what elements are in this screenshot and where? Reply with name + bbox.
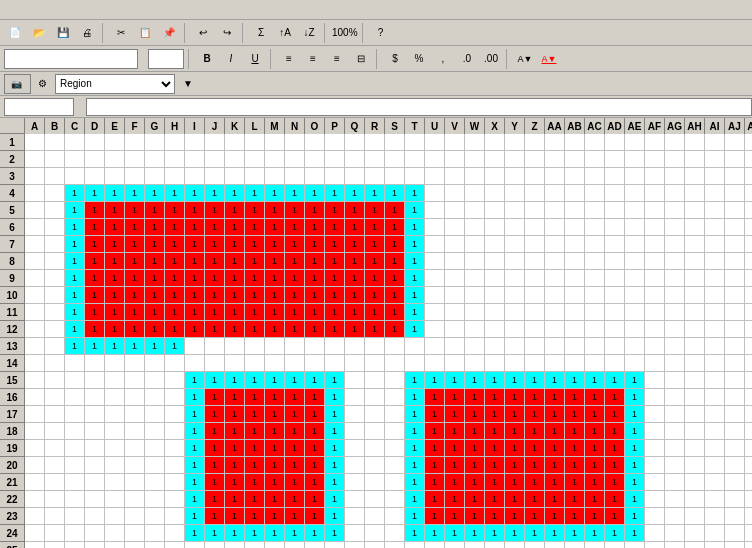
cell-7-U[interactable] (425, 236, 445, 253)
cell-1-AK[interactable] (745, 134, 752, 151)
cell-12-AC[interactable] (585, 321, 605, 338)
cell-14-Z[interactable] (525, 355, 545, 372)
cell-24-G[interactable] (145, 525, 165, 542)
cell-24-N[interactable]: 1 (285, 525, 305, 542)
cell-1-L[interactable] (245, 134, 265, 151)
cell-6-T[interactable]: 1 (405, 219, 425, 236)
cell-20-AK[interactable] (745, 457, 752, 474)
cell-18-AE[interactable]: 1 (625, 423, 645, 440)
cell-11-Z[interactable] (525, 304, 545, 321)
cell-24-R[interactable] (365, 525, 385, 542)
cell-5-G[interactable]: 1 (145, 202, 165, 219)
cell-18-D[interactable] (85, 423, 105, 440)
cell-10-AG[interactable] (665, 287, 685, 304)
cell-13-D[interactable]: 1 (85, 338, 105, 355)
cell-24-AE[interactable]: 1 (625, 525, 645, 542)
cell-2-U[interactable] (425, 151, 445, 168)
cell-25-AJ[interactable] (725, 542, 745, 548)
sort-desc-btn[interactable]: ↓Z (298, 22, 320, 44)
cell-25-Z[interactable] (525, 542, 545, 548)
cell-5-T[interactable]: 1 (405, 202, 425, 219)
cell-21-Q[interactable] (345, 474, 365, 491)
cell-14-M[interactable] (265, 355, 285, 372)
cell-6-AH[interactable] (685, 219, 705, 236)
cell-25-M[interactable] (265, 542, 285, 548)
cell-3-U[interactable] (425, 168, 445, 185)
cell-15-H[interactable] (165, 372, 185, 389)
cell-9-M[interactable]: 1 (265, 270, 285, 287)
cell-10-N[interactable]: 1 (285, 287, 305, 304)
cell-22-AJ[interactable] (725, 491, 745, 508)
cell-14-C[interactable] (65, 355, 85, 372)
cell-16-AH[interactable] (685, 389, 705, 406)
cell-15-AE[interactable]: 1 (625, 372, 645, 389)
cell-23-M[interactable]: 1 (265, 508, 285, 525)
cell-7-AH[interactable] (685, 236, 705, 253)
cell-12-U[interactable] (425, 321, 445, 338)
cell-22-E[interactable] (105, 491, 125, 508)
cut-btn[interactable]: ✂ (110, 22, 132, 44)
cell-21-P[interactable]: 1 (325, 474, 345, 491)
cell-24-Q[interactable] (345, 525, 365, 542)
cell-17-I[interactable]: 1 (185, 406, 205, 423)
cell-11-E[interactable]: 1 (105, 304, 125, 321)
cell-7-AG[interactable] (665, 236, 685, 253)
cell-16-H[interactable] (165, 389, 185, 406)
cell-16-AJ[interactable] (725, 389, 745, 406)
cell-25-W[interactable] (465, 542, 485, 548)
cell-4-D[interactable]: 1 (85, 185, 105, 202)
cell-18-AF[interactable] (645, 423, 665, 440)
cell-21-AC[interactable]: 1 (585, 474, 605, 491)
cell-24-I[interactable]: 1 (185, 525, 205, 542)
cell-19-AI[interactable] (705, 440, 725, 457)
cell-5-C[interactable]: 1 (65, 202, 85, 219)
cell-8-G[interactable]: 1 (145, 253, 165, 270)
cell-1-C[interactable] (65, 134, 85, 151)
cell-23-L[interactable]: 1 (245, 508, 265, 525)
cell-24-C[interactable] (65, 525, 85, 542)
cell-10-R[interactable]: 1 (365, 287, 385, 304)
cell-23-A[interactable] (25, 508, 45, 525)
cell-10-AD[interactable] (605, 287, 625, 304)
cell-19-D[interactable] (85, 440, 105, 457)
cell-22-AF[interactable] (645, 491, 665, 508)
cell-14-J[interactable] (205, 355, 225, 372)
cell-18-C[interactable] (65, 423, 85, 440)
cell-5-AK[interactable] (745, 202, 752, 219)
cell-11-AH[interactable] (685, 304, 705, 321)
cell-2-Q[interactable] (345, 151, 365, 168)
cell-6-Z[interactable] (525, 219, 545, 236)
cell-12-I[interactable]: 1 (185, 321, 205, 338)
cell-14-AF[interactable] (645, 355, 665, 372)
cell-9-AH[interactable] (685, 270, 705, 287)
cell-23-AF[interactable] (645, 508, 665, 525)
cell-19-Y[interactable]: 1 (505, 440, 525, 457)
cell-23-F[interactable] (125, 508, 145, 525)
snagit-settings-btn[interactable]: ⚙ (33, 75, 51, 93)
open-btn[interactable]: 📂 (28, 22, 50, 44)
cell-13-O[interactable] (305, 338, 325, 355)
cell-17-AH[interactable] (685, 406, 705, 423)
cell-19-K[interactable]: 1 (225, 440, 245, 457)
cell-20-AE[interactable]: 1 (625, 457, 645, 474)
cell-24-AJ[interactable] (725, 525, 745, 542)
cell-1-Y[interactable] (505, 134, 525, 151)
cell-16-Q[interactable] (345, 389, 365, 406)
cell-12-V[interactable] (445, 321, 465, 338)
cell-9-R[interactable]: 1 (365, 270, 385, 287)
cell-7-V[interactable] (445, 236, 465, 253)
cell-12-Q[interactable]: 1 (345, 321, 365, 338)
cell-8-Y[interactable] (505, 253, 525, 270)
cell-8-AG[interactable] (665, 253, 685, 270)
cell-11-T[interactable]: 1 (405, 304, 425, 321)
cell-2-T[interactable] (405, 151, 425, 168)
cell-24-Z[interactable]: 1 (525, 525, 545, 542)
cell-19-AD[interactable]: 1 (605, 440, 625, 457)
cell-17-V[interactable]: 1 (445, 406, 465, 423)
cell-13-AJ[interactable] (725, 338, 745, 355)
cell-8-B[interactable] (45, 253, 65, 270)
cell-22-AH[interactable] (685, 491, 705, 508)
cell-4-P[interactable]: 1 (325, 185, 345, 202)
cell-23-AI[interactable] (705, 508, 725, 525)
cell-11-AK[interactable] (745, 304, 752, 321)
